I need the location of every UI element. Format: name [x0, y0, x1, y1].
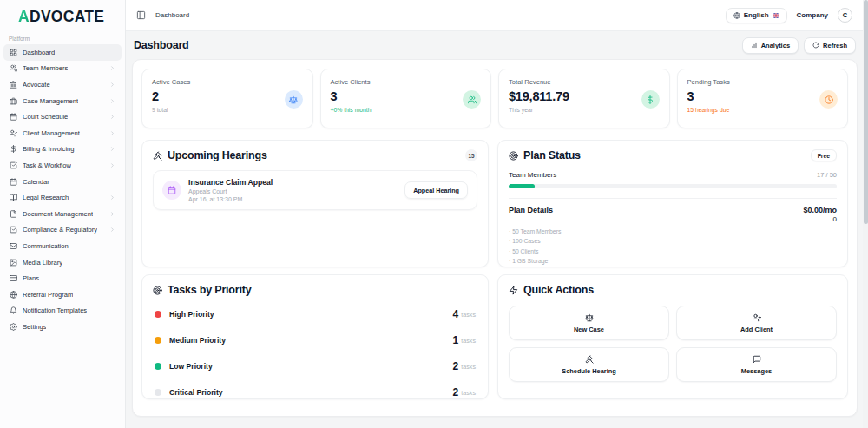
task-priority-row: Low Priority 2 tasks: [153, 353, 477, 379]
hearing-item[interactable]: Insurance Claim Appeal Appeals Court Apr…: [153, 170, 477, 210]
sidebar-item[interactable]: Team Members: [3, 61, 122, 77]
gavel-icon: [153, 151, 162, 161]
priority-count: 4: [453, 308, 459, 320]
quick-action-button[interactable]: Messages: [676, 347, 837, 382]
plan-feature-item: · 100 Cases: [509, 236, 837, 247]
priority-count: 2: [453, 386, 459, 398]
hearing-title: Insurance Claim Appeal: [188, 178, 273, 187]
uk-flag-icon: [773, 12, 779, 19]
sidebar-item[interactable]: Notification Templates: [3, 303, 122, 319]
plan-tier-badge: Free: [811, 149, 837, 161]
priority-unit: tasks: [461, 311, 476, 319]
target-icon: [509, 151, 518, 161]
plan-feature-item: · 1 GB Storage: [509, 256, 837, 267]
calendar-icon: [168, 186, 176, 194]
zap-icon: [509, 286, 518, 295]
priority-count: 1: [453, 334, 459, 346]
scrollbar-thumb[interactable]: [864, 0, 868, 224]
hearings-list: Insurance Claim Appeal Appeals Court Apr…: [153, 170, 477, 210]
task-rows: High Priority 4 tasks Medium Priority 1 …: [153, 301, 477, 405]
page-header: Dashboard Analytics Refresh: [132, 31, 858, 59]
sidebar-item[interactable]: Settings: [3, 319, 122, 335]
sidebar-item-label: Media Library: [23, 259, 62, 267]
avatar[interactable]: C: [838, 8, 852, 23]
chevron-right-icon: [109, 211, 115, 217]
sidebar-item[interactable]: Calendar: [3, 174, 122, 190]
sidebar: ADVOCATE Platform Dashboard Team Members…: [0, 0, 126, 428]
sidebar-item-label: Client Management: [23, 129, 80, 137]
quick-action-button[interactable]: Add Client: [676, 306, 837, 340]
task-priority-row: High Priority 4 tasks: [153, 301, 477, 327]
clock-icon: [825, 95, 833, 104]
sidebar-item-label: Billing & Invoicing: [23, 145, 75, 153]
calendar-icon: [10, 113, 17, 121]
sidebar-item[interactable]: Referral Program: [3, 286, 122, 303]
stat-icon-circle: [463, 90, 481, 109]
plan-price-sub: 0: [803, 215, 837, 223]
plan-status-panel: Plan Status Free Team Members 17 / 50 Pl…: [497, 140, 848, 267]
stat-label: Pending Tasks: [687, 78, 838, 86]
priority-unit: tasks: [461, 389, 476, 397]
stat-label: Total Revenue: [509, 78, 660, 86]
sidebar-item[interactable]: Task & Workflow: [3, 157, 122, 174]
priority-dot: [155, 311, 161, 318]
sidebar-item[interactable]: Plans: [3, 270, 122, 286]
dollar-icon: [646, 95, 654, 104]
tasks-title: Tasks by Priority: [168, 284, 251, 296]
chevron-right-icon: [109, 146, 115, 152]
brand-logo-rest: DVOCATE: [30, 8, 104, 25]
upcoming-hearings-title: Upcoming Hearings: [168, 149, 267, 161]
priority-label: Medium Priority: [169, 336, 226, 345]
sidebar-item[interactable]: Dashboard: [3, 44, 122, 61]
stat-card: Total Revenue $19,811.79 This year: [498, 69, 670, 128]
sidebar-item[interactable]: Media Library: [3, 254, 122, 271]
sidebar-item[interactable]: Court Schedule: [3, 109, 122, 125]
hearing-court: Appeals Court: [188, 188, 273, 194]
plan-feature-item: · 50 Team Members: [509, 227, 837, 237]
stat-subtitle: 9 total: [152, 107, 303, 113]
bar-chart-icon: [751, 42, 758, 49]
sidebar-item[interactable]: Billing & Invoicing: [3, 142, 122, 158]
user-plus-icon: [753, 313, 761, 322]
sidebar-item[interactable]: Compliance & Regulatory: [3, 222, 122, 239]
briefcase-icon: [10, 97, 17, 105]
sidebar-item[interactable]: Advocate: [3, 76, 122, 93]
priority-dot: [155, 389, 161, 396]
refresh-button[interactable]: Refresh: [804, 37, 856, 54]
globe-icon: [733, 12, 740, 19]
language-button[interactable]: English: [726, 8, 787, 23]
stat-icon-circle: [641, 90, 660, 109]
plan-progress-fill: [509, 184, 535, 188]
sidebar-item-label: Document Management: [23, 210, 93, 218]
grid-icon: [10, 49, 17, 56]
sidebar-item[interactable]: Communication: [3, 238, 122, 254]
sidebar-item[interactable]: Document Management: [3, 206, 122, 222]
sidebar-item[interactable]: Case Management: [3, 93, 122, 109]
analytics-button-label: Analytics: [761, 42, 790, 49]
sidebar-item[interactable]: Legal Research: [3, 189, 122, 206]
sidebar-toggle-icon[interactable]: [136, 10, 146, 20]
chevron-right-icon: [109, 130, 115, 136]
user-check-icon: [10, 129, 17, 137]
scrollbar-track[interactable]: [863, 0, 868, 428]
quick-action-button[interactable]: New Case: [509, 306, 669, 340]
sidebar-item-label: Referral Program: [23, 291, 73, 299]
sidebar-item-label: Team Members: [23, 64, 68, 72]
stat-card: Active Clients 3 +0% this month: [320, 69, 492, 128]
breadcrumb: Dashboard: [155, 11, 189, 19]
chevron-right-icon: [109, 82, 115, 88]
sidebar-item-label: Compliance & Regulatory: [23, 226, 97, 234]
quick-actions-grid: New Case Add Client Schedule Hearing: [509, 306, 837, 382]
scale-icon: [585, 313, 594, 322]
analytics-button[interactable]: Analytics: [742, 37, 799, 54]
globe-icon: [10, 291, 17, 299]
stat-icon-circle: [819, 90, 838, 109]
quick-action-button[interactable]: Schedule Hearing: [509, 347, 669, 382]
sidebar-item[interactable]: Client Management: [3, 125, 122, 142]
plan-details-title: Plan Details: [509, 206, 553, 223]
sidebar-item-label: Calendar: [23, 178, 49, 186]
hearing-datetime: Apr 16, at 13:30 PM: [188, 196, 273, 202]
plan-price: $0.00/mo: [803, 206, 837, 214]
sidebar-item-label: Legal Research: [23, 194, 69, 201]
scale-icon: [289, 95, 298, 104]
